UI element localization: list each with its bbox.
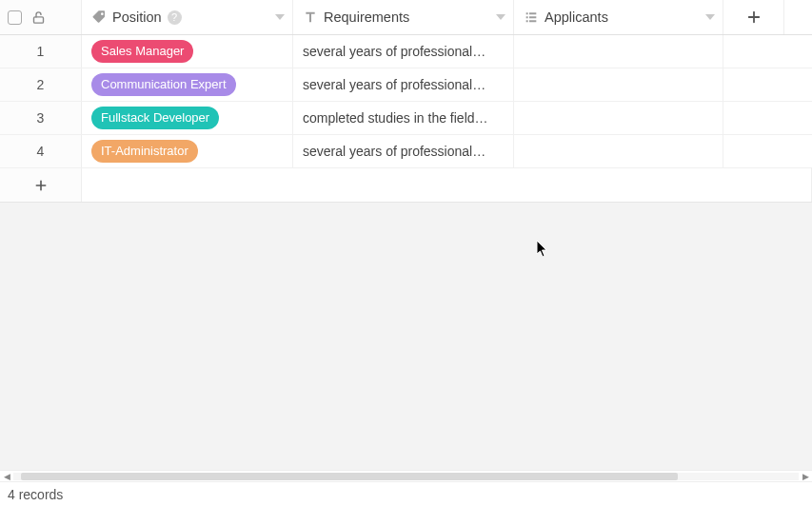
table-body: 1 Sales Manager several years of profess… — [0, 35, 812, 203]
cell-requirements[interactable]: several years of professional… — [293, 35, 514, 68]
text-icon — [303, 10, 318, 25]
chevron-down-icon[interactable] — [275, 14, 285, 20]
position-pill: Sales Manager — [91, 40, 193, 63]
table-row[interactable]: 4 IT-Administrator several years of prof… — [0, 135, 812, 168]
row-number: 1 — [0, 35, 82, 68]
table-row[interactable]: 2 Communication Expert several years of … — [0, 68, 812, 102]
cell-position[interactable]: Fullstack Developer — [82, 102, 293, 134]
scroll-left-icon[interactable]: ◀ — [2, 472, 11, 481]
chevron-down-icon[interactable] — [496, 14, 505, 20]
row-number: 3 — [0, 102, 82, 134]
add-row-button[interactable] — [0, 168, 82, 202]
position-pill: Fullstack Developer — [91, 107, 219, 129]
add-row-empty — [82, 168, 812, 202]
cell-position[interactable]: IT-Administrator — [82, 135, 293, 167]
column-label: Applicants — [545, 10, 608, 25]
cell-position[interactable]: Communication Expert — [82, 68, 293, 101]
header-gutter — [0, 0, 82, 34]
row-number: 2 — [0, 68, 82, 101]
cell-applicants[interactable] — [514, 35, 723, 68]
plus-icon — [33, 178, 49, 193]
cell-applicants[interactable] — [514, 135, 723, 167]
row-number: 4 — [0, 135, 82, 167]
position-pill: Communication Expert — [91, 73, 236, 96]
status-bar: 4 records — [0, 481, 812, 506]
add-row[interactable] — [0, 168, 812, 203]
list-icon — [524, 10, 539, 25]
svg-rect-0 — [34, 16, 44, 22]
cell-requirements[interactable]: completed studies in the field… — [293, 102, 514, 134]
scrollbar-thumb[interactable] — [21, 473, 678, 480]
select-all-checkbox[interactable] — [8, 10, 22, 25]
column-header-applicants[interactable]: Applicants — [514, 0, 723, 34]
column-label: Position — [112, 10, 162, 25]
column-header-requirements[interactable]: Requirements — [293, 0, 514, 34]
table-row[interactable]: 3 Fullstack Developer completed studies … — [0, 102, 812, 135]
column-label: Requirements — [324, 10, 409, 25]
cell-requirements[interactable]: several years of professional… — [293, 68, 514, 101]
column-header-position[interactable]: Position ? — [82, 0, 293, 34]
empty-area — [0, 203, 812, 470]
position-pill: IT-Administrator — [91, 140, 198, 163]
tag-icon — [91, 10, 107, 25]
unlock-icon[interactable] — [31, 10, 46, 26]
cell-position[interactable]: Sales Manager — [82, 35, 293, 68]
add-column-button[interactable] — [723, 0, 784, 34]
table-row[interactable]: 1 Sales Manager several years of profess… — [0, 35, 812, 68]
record-count: 4 records — [8, 487, 63, 502]
chevron-down-icon[interactable] — [705, 14, 715, 20]
cell-applicants[interactable] — [514, 102, 723, 134]
horizontal-scrollbar[interactable]: ◀ ▶ — [0, 470, 812, 481]
scroll-right-icon[interactable]: ▶ — [801, 472, 810, 481]
plus-icon — [745, 9, 762, 26]
scrollbar-track[interactable] — [13, 473, 799, 480]
cell-applicants[interactable] — [514, 68, 723, 101]
column-header-row: Position ? Requirements Applicants — [0, 0, 812, 35]
cell-requirements[interactable]: several years of professional… — [293, 135, 514, 167]
help-icon[interactable]: ? — [168, 10, 182, 25]
